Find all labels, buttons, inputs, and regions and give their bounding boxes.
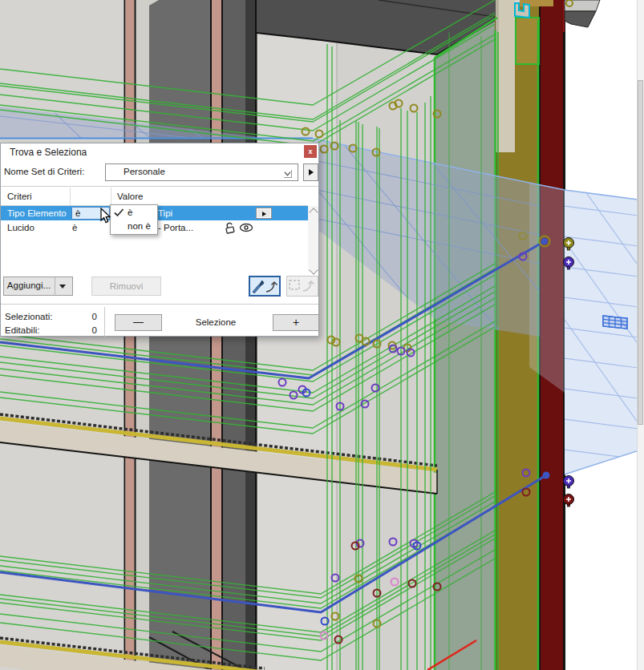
separator xyxy=(1,304,318,305)
add-button-label: Aggiungi... xyxy=(4,281,54,290)
selected-count-value: 0 xyxy=(77,312,97,321)
window-vertical-scrollbar[interactable] xyxy=(637,0,644,670)
editable-count-label: Editabili: xyxy=(5,325,39,335)
criterion-name: Lucido xyxy=(7,223,34,232)
editable-count-value: 0 xyxy=(77,325,97,335)
arrow-right-icon xyxy=(309,169,314,176)
curved-arrow-icon xyxy=(303,281,314,291)
mouse-cursor xyxy=(100,208,111,224)
criteria-set-menu-button[interactable] xyxy=(303,163,318,181)
marquee-select-button[interactable] xyxy=(286,276,318,297)
value-menu-button[interactable] xyxy=(256,208,272,219)
column-divider xyxy=(70,188,71,205)
scroll-up-icon[interactable] xyxy=(309,208,318,216)
marquee-icon xyxy=(290,281,299,289)
menu-item-non-e[interactable]: non è xyxy=(111,220,157,233)
deselect-button[interactable]: — xyxy=(115,314,162,331)
criterion-value: - Porta... xyxy=(158,223,193,232)
arrow-down-icon xyxy=(59,285,66,289)
application-window: Trova e Seleziona x Nome Set di Criteri:… xyxy=(0,0,644,670)
operator-value: è xyxy=(72,223,77,232)
column-divider xyxy=(111,188,111,205)
scroll-down-icon[interactable] xyxy=(309,265,318,274)
curved-arrow-icon xyxy=(266,282,277,292)
column-header-criteria: Criteri xyxy=(7,192,32,201)
criteria-set-label: Nome Set di Criteri: xyxy=(4,167,84,176)
list-scrollbar[interactable] xyxy=(308,206,318,272)
arrow-right-icon xyxy=(262,212,266,216)
node-dot[interactable] xyxy=(541,238,548,244)
selected-count-label: Selezionati: xyxy=(5,312,52,321)
chevron-down-icon xyxy=(284,170,292,178)
selection-label: Selezione xyxy=(177,317,254,327)
find-and-select-dialog[interactable]: Trova e Seleziona x Nome Set di Criteri:… xyxy=(0,143,319,337)
pick-up-settings-button[interactable] xyxy=(249,276,281,297)
eyedropper-icon xyxy=(253,281,264,294)
footer-divider xyxy=(104,307,105,337)
menu-item-e[interactable]: è xyxy=(111,206,157,220)
add-criteria-button[interactable]: Aggiungi... xyxy=(3,276,73,296)
close-button[interactable]: x xyxy=(304,145,317,158)
menu-item-label: non è xyxy=(128,221,151,231)
dialog-titlebar[interactable]: Trova e Seleziona x xyxy=(1,143,318,160)
criteria-set-value: Personale xyxy=(124,167,165,176)
separator xyxy=(1,186,318,187)
operator-dropdown-menu[interactable]: è non è xyxy=(110,204,158,235)
scrollbar-thumb[interactable] xyxy=(638,80,643,425)
unlock-icon[interactable] xyxy=(223,222,237,234)
column-header-value: Valore xyxy=(117,192,143,201)
node-dot[interactable] xyxy=(543,472,550,479)
check-icon xyxy=(114,208,124,217)
criteria-set-combobox[interactable]: Personale xyxy=(105,163,298,181)
eye-icon[interactable] xyxy=(239,222,253,233)
remove-criteria-button[interactable]: Rimuovi xyxy=(91,276,161,296)
criterion-value: Tipi xyxy=(158,208,172,218)
operator-value: è xyxy=(75,208,80,218)
select-button[interactable]: + xyxy=(273,314,319,331)
menu-item-label: è xyxy=(128,208,132,217)
button-split-divider xyxy=(55,277,55,295)
criterion-name: Tipo Elemento xyxy=(7,208,67,218)
grid-element-icon[interactable] xyxy=(603,316,627,329)
dialog-title: Trova e Seleziona xyxy=(10,147,87,158)
